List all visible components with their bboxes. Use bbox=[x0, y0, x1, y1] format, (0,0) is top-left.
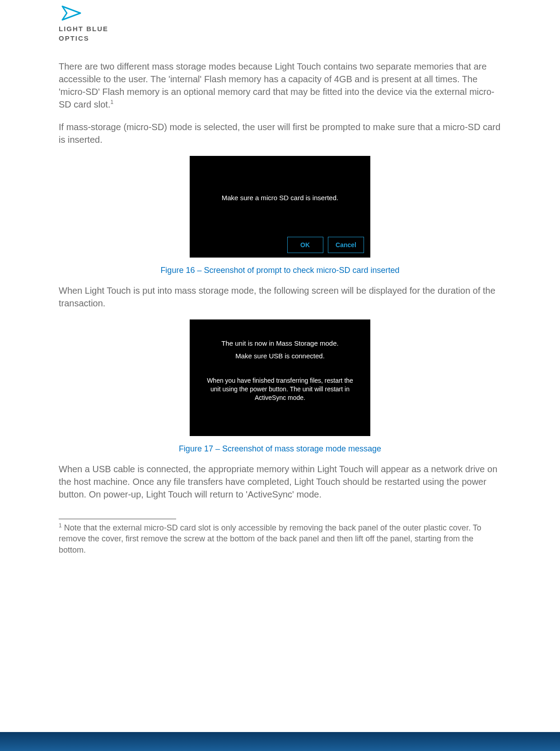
footnote-ref-1: 1 bbox=[110, 99, 113, 105]
screenshot-2-line1: The unit is now in Mass Storage mode. bbox=[190, 339, 370, 347]
screenshot-1-buttons: OK Cancel bbox=[285, 237, 364, 253]
logo-text-line1: LIGHT BLUE bbox=[59, 25, 501, 33]
footnote-1: 1 Note that the external micro-SD card s… bbox=[59, 522, 501, 555]
footnote-marker: 1 bbox=[59, 522, 62, 529]
logo-block: LIGHT BLUE OPTICS bbox=[59, 0, 501, 60]
logo-text-line2: OPTICS bbox=[59, 35, 501, 42]
paragraph-4: When a USB cable is connected, the appro… bbox=[59, 463, 501, 501]
page-content: LIGHT BLUE OPTICS There are two differen… bbox=[0, 0, 560, 705]
figure-16-caption: Figure 16 – Screenshot of prompt to chec… bbox=[59, 266, 501, 275]
footnote-rule bbox=[59, 519, 176, 519]
screenshot-2: The unit is now in Mass Storage mode. Ma… bbox=[190, 319, 370, 436]
figure-17-caption: Figure 17 – Screenshot of mass storage m… bbox=[59, 444, 501, 454]
ok-button[interactable]: OK bbox=[287, 237, 323, 253]
cancel-button[interactable]: Cancel bbox=[328, 237, 364, 253]
paragraph-1-text: There are two different mass storage mod… bbox=[59, 61, 495, 109]
screenshot-1-message: Make sure a micro SD card is inserted. bbox=[190, 194, 370, 202]
screenshot-2-line3: When you have finished transferring file… bbox=[190, 376, 370, 402]
screenshot-1: Make sure a micro SD card is inserted. O… bbox=[190, 156, 370, 258]
screenshot-2-line2: Make sure USB is connected. bbox=[190, 352, 370, 360]
footnote-text: Note that the external micro-SD card slo… bbox=[59, 523, 481, 554]
paragraph-2: If mass-storage (micro-SD) mode is selec… bbox=[59, 121, 501, 146]
footer-bar: LT1221_UG_V2_9 | Page 19 bbox=[0, 732, 560, 751]
paragraph-1: There are two different mass storage mod… bbox=[59, 60, 501, 111]
paragraph-3: When Light Touch is put into mass storag… bbox=[59, 284, 501, 310]
logo-icon bbox=[59, 5, 86, 22]
